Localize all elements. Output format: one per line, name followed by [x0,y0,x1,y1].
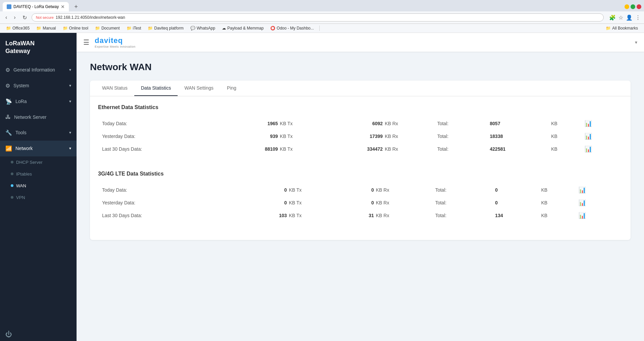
table-row: Today Data: 0 KB Tx 0 KB Rx Total: 0 KB … [98,184,623,196]
sidebar-subitem-dhcp-server[interactable]: DHCP Server [0,156,77,168]
total-label: Total: [431,196,491,209]
bookmark-online-tool[interactable]: 📁 Online tool [60,25,91,31]
bookmark-label: Payload & Memmap [227,26,264,31]
security-indicator: Not secure [36,15,54,19]
tx-unit: KB Tx [288,184,342,196]
address-bar[interactable]: Not secure 192.168.1.21:4050/index#netwo… [32,13,604,21]
sub-label: DHCP Server [16,160,43,165]
chevron-down-icon: ▾ [69,67,71,72]
bookmark-document[interactable]: 📁 Document [92,25,123,31]
menu-icon[interactable]: ⋮ [635,14,641,21]
total-unit: KB [541,209,574,222]
sidebar-item-tools[interactable]: 🔧 Tools ▾ [0,125,77,141]
logo-tagline: Expertise Meets Innovation [95,45,136,48]
chevron-down-icon: ▾ [69,83,71,88]
chart-bar-icon[interactable]: 📊 [579,199,586,206]
bookmark-icon[interactable]: ☆ [618,14,623,21]
signal-icon: 📡 [5,98,12,105]
sidebar-subitem-vpn[interactable]: VPN [0,192,77,203]
bookmark-whatsapp[interactable]: 💬 WhatsApp [188,25,218,31]
bookmark-manual[interactable]: 📁 Manual [34,25,58,31]
bookmark-label: Manual [43,26,56,31]
bookmark-label: Office365 [12,26,30,31]
total-value: 0 [491,196,541,209]
bookmark-label: Document [101,26,120,31]
bookmark-folder-icon: 📁 [6,26,11,31]
tab-favicon [7,4,11,9]
sidebar-item-network[interactable]: 📶 Network ▾ [0,141,77,156]
chart-bar-icon[interactable]: 📊 [585,120,592,127]
window-maximize-button[interactable] [631,4,635,9]
window-minimize-button[interactable] [625,4,629,9]
tx-value: 103 [247,209,288,222]
extensions-icon[interactable]: 🧩 [609,14,616,21]
gear-icon: ⚙ [5,83,10,89]
total-label: Total: [433,143,486,155]
page-title: Network WAN [90,62,631,72]
sidebar-nav: ⚙ General Information ▾ ⚙ System ▾ 📡 LoR… [0,62,77,325]
ethernet-section-title: Ethernet Data Statistics [98,104,623,110]
sidebar-item-general-information[interactable]: ⚙ General Information ▾ [0,62,77,78]
reload-button[interactable]: ↻ [20,14,29,21]
chart-bar-icon[interactable]: 📊 [585,146,592,152]
lte-data-table: Today Data: 0 KB Tx 0 KB Rx Total: 0 KB … [98,184,623,222]
chart-bar-icon[interactable]: 📊 [585,133,592,140]
sidebar: LoRaWAN Gateway ⚙ General Information ▾ … [0,33,77,341]
tab-close-button[interactable]: ✕ [61,4,65,9]
bookmark-all-bookmarks[interactable]: 📁 All Bookmarks [603,25,641,31]
sidebar-item-system[interactable]: ⚙ System ▾ [0,78,77,94]
sub-label: VPN [16,195,25,200]
rx-value: 31 [342,209,375,222]
total-value: 8057 [486,117,551,130]
sidebar-subitem-wan[interactable]: WAN [0,180,77,192]
chart-bar-icon[interactable]: 📊 [579,212,586,219]
new-tab-button[interactable]: + [72,3,81,11]
chevron-down-icon: ▾ [69,99,71,104]
bookmark-label: WhatsApp [197,26,215,31]
total-unit: KB [551,117,581,130]
bookmark-odoo[interactable]: ⭕ Odoo - My Dashbo... [268,25,317,31]
tx-unit: KB Tx [288,196,342,209]
back-button[interactable]: ‹ [3,14,9,21]
table-row: Last 30 Days Data: 88109 KB Tx 334472 KB… [98,143,623,155]
bookmark-office365[interactable]: 📁 Office365 [3,25,32,31]
tab-data-statistics[interactable]: Data Statistics [134,81,178,96]
forward-button[interactable]: › [12,14,17,21]
tx-unit: KB Tx [279,143,327,155]
bookmark-itest[interactable]: 📁 iTest [124,25,144,31]
bookmark-daviteq-platform[interactable]: 📁 Daviteq platform [145,25,186,31]
rx-unit: KB Rx [384,117,433,130]
tx-value: 88109 [229,143,279,155]
tab-ping[interactable]: Ping [220,81,243,96]
tx-value: 1965 [229,117,279,130]
topbar-dropdown-icon[interactable]: ▾ [635,40,637,45]
hamburger-menu-button[interactable]: ☰ [83,38,89,46]
top-bar: ☰ daviteq Expertise Meets Innovation ▾ [77,33,644,52]
profile-icon[interactable]: 👤 [626,14,633,21]
table-row: Yesterday Data: 939 KB Tx 17399 KB Rx To… [98,130,623,143]
page-content: Network WAN WAN Status Data Statistics W… [77,52,644,250]
bookmark-label: Online tool [69,26,88,31]
tx-unit: KB Tx [288,209,342,222]
rx-unit: KB Rx [375,209,431,222]
sub-dot-icon [11,196,13,199]
bookmark-payload[interactable]: ☁ Payload & Memmap [219,25,266,31]
tab-wan-settings[interactable]: WAN Settings [178,81,220,96]
chart-bar-icon[interactable]: 📊 [579,187,586,193]
main-content: ☰ daviteq Expertise Meets Innovation ▾ N… [77,33,644,341]
rx-value: 0 [342,196,375,209]
row-label: Last 30 Days Data: [98,209,247,222]
power-button[interactable]: ⏻ [5,331,12,338]
sidebar-item-lora[interactable]: 📡 LoRa ▾ [0,94,77,109]
sidebar-subitem-iptables[interactable]: IPtables [0,168,77,180]
total-value: 18338 [486,130,551,143]
logo-area: daviteq Expertise Meets Innovation [95,36,136,48]
bookmark-folder-icon: 📁 [148,26,153,31]
main-card: WAN Status Data Statistics WAN Settings … [90,81,631,240]
tab-wan-status[interactable]: WAN Status [95,81,134,96]
nav-label: General Information [13,67,66,72]
window-close-button[interactable] [637,4,641,9]
bookmark-folder-icon: 📁 [606,26,611,31]
table-row: Yesterday Data: 0 KB Tx 0 KB Rx Total: 0… [98,196,623,209]
sidebar-item-network-server[interactable]: 🖧 Network Server [0,109,77,125]
